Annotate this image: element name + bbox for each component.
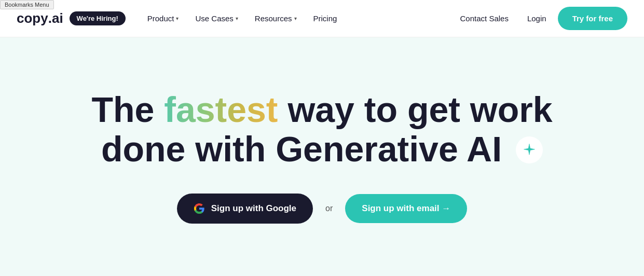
or-separator: or: [325, 204, 333, 213]
bookmarks-tooltip: Bookmarks Menu: [0, 0, 54, 9]
nav-item-product[interactable]: Product ▾: [140, 10, 186, 27]
chevron-down-icon: ▾: [236, 16, 238, 21]
navbar: copy.ai We're Hiring! Product ▾ Use Case…: [0, 0, 644, 37]
chevron-down-icon: ▾: [294, 16, 297, 21]
logo[interactable]: copy.ai: [17, 10, 63, 26]
nav-product-label: Product: [147, 14, 174, 23]
hero-section: The fastest way to get workdone with Gen…: [0, 37, 644, 276]
nav-pricing-label: Pricing: [313, 14, 337, 23]
logo-ai: ai: [52, 10, 63, 26]
hero-title-pre: The: [91, 90, 164, 129]
signup-google-button[interactable]: Sign up with Google: [177, 194, 313, 224]
nav-resources-label: Resources: [255, 14, 292, 23]
signup-email-button[interactable]: Sign up with email →: [345, 194, 467, 223]
try-free-button[interactable]: Try for free: [558, 7, 627, 30]
contact-sales-link[interactable]: Contact Sales: [453, 10, 516, 27]
login-link[interactable]: Login: [520, 10, 554, 27]
nav-item-use-cases[interactable]: Use Cases ▾: [188, 10, 245, 27]
nav-item-resources[interactable]: Resources ▾: [248, 10, 304, 27]
google-icon: [194, 203, 205, 214]
hero-cta: Sign up with Google or Sign up with emai…: [177, 194, 468, 224]
hero-title: The fastest way to get workdone with Gen…: [91, 90, 552, 169]
logo-copy: copy: [17, 10, 48, 26]
hiring-badge[interactable]: We're Hiring!: [70, 11, 126, 25]
nav-use-cases-label: Use Cases: [195, 14, 233, 23]
signup-email-label: Sign up with email →: [362, 203, 450, 214]
nav-right: Contact Sales Login Try for free: [453, 7, 627, 30]
nav-links: Product ▾ Use Cases ▾ Resources ▾ Pricin…: [140, 10, 453, 27]
chevron-down-icon: ▾: [176, 16, 179, 21]
sparkle-icon: [516, 136, 543, 163]
logo-dot: .: [48, 10, 52, 26]
hero-title-highlight: fastest: [164, 90, 278, 129]
nav-item-pricing[interactable]: Pricing: [306, 10, 345, 27]
signup-google-label: Sign up with Google: [211, 203, 296, 214]
